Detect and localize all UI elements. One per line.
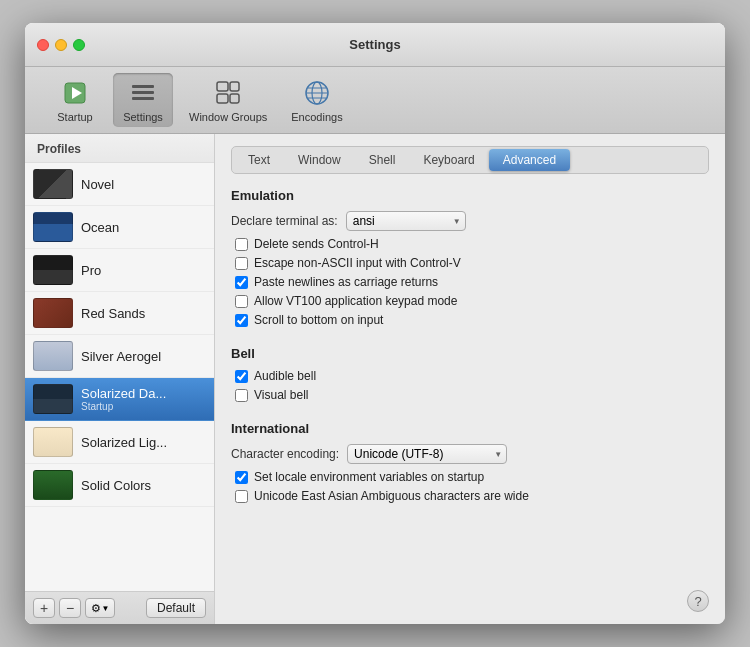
declare-terminal-label: Declare terminal as: xyxy=(231,214,338,228)
profile-item-solarized-dark[interactable]: Solarized Da... Startup xyxy=(25,378,214,421)
gear-chevron-icon: ▼ xyxy=(102,604,110,613)
profile-item-solarized-light[interactable]: Solarized Lig... xyxy=(25,421,214,464)
svg-rect-2 xyxy=(132,85,154,88)
maximize-button[interactable] xyxy=(73,39,85,51)
tabs-bar: Text Window Shell Keyboard Advanced xyxy=(231,146,709,174)
profile-thumb-ocean xyxy=(33,212,73,242)
add-profile-button[interactable]: + xyxy=(33,598,55,618)
default-button[interactable]: Default xyxy=(146,598,206,618)
emulation-section: Emulation Declare terminal as: ansi xter… xyxy=(231,188,709,332)
checkbox-allow-vt100: Allow VT100 application keypad mode xyxy=(231,294,709,308)
toolbar-window-groups[interactable]: Window Groups xyxy=(181,73,275,127)
unicode-east-asian-label: Unicode East Asian Ambiguous characters … xyxy=(254,489,529,503)
sidebar-footer: + − ⚙ ▼ Default xyxy=(25,591,214,624)
settings-window: Settings Startup Settings xyxy=(25,23,725,624)
sidebar-header: Profiles xyxy=(25,134,214,163)
svg-rect-6 xyxy=(217,94,228,103)
toolbar-settings[interactable]: Settings xyxy=(113,73,173,127)
main-panel: Text Window Shell Keyboard Advanced Emul… xyxy=(215,134,725,624)
declare-terminal-select[interactable]: ansi xterm xterm-256color vt100 xyxy=(346,211,466,231)
profile-item-solid-colors[interactable]: Solid Colors xyxy=(25,464,214,507)
checkbox-scroll-bottom: Scroll to bottom on input xyxy=(231,313,709,327)
profile-subtitle-solarized-dark: Startup xyxy=(81,401,166,412)
allow-vt100-checkbox[interactable] xyxy=(235,295,248,308)
profile-thumb-pro xyxy=(33,255,73,285)
escape-non-ascii-checkbox[interactable] xyxy=(235,257,248,270)
profile-thumb-redsands xyxy=(33,298,73,328)
visual-bell-label: Visual bell xyxy=(254,388,308,402)
toolbar-encodings-label: Encodings xyxy=(291,111,342,123)
profile-name-silveraerogel: Silver Aerogel xyxy=(81,349,161,364)
tab-window[interactable]: Window xyxy=(284,149,355,171)
gear-icon: ⚙ xyxy=(91,602,101,615)
bell-section: Bell Audible bell Visual bell xyxy=(231,346,709,407)
set-locale-label: Set locale environment variables on star… xyxy=(254,470,484,484)
svg-rect-5 xyxy=(217,82,228,91)
titlebar: Settings xyxy=(25,23,725,67)
checkbox-paste-newlines: Paste newlines as carriage returns xyxy=(231,275,709,289)
checkbox-unicode-east-asian: Unicode East Asian Ambiguous characters … xyxy=(231,489,709,503)
delete-sends-ch-checkbox[interactable] xyxy=(235,238,248,251)
toolbar-startup[interactable]: Startup xyxy=(45,73,105,127)
unicode-east-asian-checkbox[interactable] xyxy=(235,490,248,503)
profile-thumb-silveraerogel xyxy=(33,341,73,371)
traffic-lights xyxy=(37,39,85,51)
character-encoding-row: Character encoding: Unicode (UTF-8) UTF-… xyxy=(231,444,709,464)
declare-terminal-select-wrapper: ansi xterm xterm-256color vt100 xyxy=(346,211,466,231)
paste-newlines-label: Paste newlines as carriage returns xyxy=(254,275,438,289)
toolbar-window-groups-label: Window Groups xyxy=(189,111,267,123)
bottom-row: ? xyxy=(231,590,709,612)
profile-item-pro[interactable]: Pro xyxy=(25,249,214,292)
tab-text[interactable]: Text xyxy=(234,149,284,171)
declare-terminal-row: Declare terminal as: ansi xterm xterm-25… xyxy=(231,211,709,231)
toolbar-encodings[interactable]: Encodings xyxy=(283,73,350,127)
profile-name-novel: Novel xyxy=(81,177,114,192)
checkbox-visual-bell: Visual bell xyxy=(231,388,709,402)
profile-name-solid-colors: Solid Colors xyxy=(81,478,151,493)
profile-gear-button[interactable]: ⚙ ▼ xyxy=(85,598,115,618)
svg-rect-4 xyxy=(132,97,154,100)
profile-item-ocean[interactable]: Ocean xyxy=(25,206,214,249)
scroll-bottom-checkbox[interactable] xyxy=(235,314,248,327)
visual-bell-checkbox[interactable] xyxy=(235,389,248,402)
profile-item-redsands[interactable]: Red Sands xyxy=(25,292,214,335)
set-locale-checkbox[interactable] xyxy=(235,471,248,484)
svg-rect-3 xyxy=(132,91,154,94)
emulation-title: Emulation xyxy=(231,188,709,203)
toolbar-settings-label: Settings xyxy=(123,111,163,123)
tab-shell[interactable]: Shell xyxy=(355,149,410,171)
profile-thumb-solid-colors xyxy=(33,470,73,500)
window-groups-icon xyxy=(212,77,244,109)
allow-vt100-label: Allow VT100 application keypad mode xyxy=(254,294,457,308)
profile-thumb-novel xyxy=(33,169,73,199)
audible-bell-checkbox[interactable] xyxy=(235,370,248,383)
international-section: International Character encoding: Unicod… xyxy=(231,421,709,508)
toolbar-startup-label: Startup xyxy=(57,111,92,123)
checkbox-set-locale: Set locale environment variables on star… xyxy=(231,470,709,484)
remove-profile-button[interactable]: − xyxy=(59,598,81,618)
checkbox-audible-bell: Audible bell xyxy=(231,369,709,383)
tab-keyboard[interactable]: Keyboard xyxy=(409,149,488,171)
checkbox-escape-non-ascii: Escape non-ASCII input with Control-V xyxy=(231,256,709,270)
character-encoding-select[interactable]: Unicode (UTF-8) UTF-16 ISO Latin 1 ASCII xyxy=(347,444,507,464)
profile-name-pro: Pro xyxy=(81,263,101,278)
sidebar: Profiles Novel Ocean Pro xyxy=(25,134,215,624)
svg-rect-8 xyxy=(230,94,239,103)
delete-sends-ch-label: Delete sends Control-H xyxy=(254,237,379,251)
scroll-bottom-label: Scroll to bottom on input xyxy=(254,313,383,327)
help-button[interactable]: ? xyxy=(687,590,709,612)
character-encoding-label: Character encoding: xyxy=(231,447,339,461)
profile-thumb-solarized-light xyxy=(33,427,73,457)
profile-name-solarized-light: Solarized Lig... xyxy=(81,435,167,450)
minimize-button[interactable] xyxy=(55,39,67,51)
close-button[interactable] xyxy=(37,39,49,51)
profile-item-novel[interactable]: Novel xyxy=(25,163,214,206)
international-title: International xyxy=(231,421,709,436)
tab-advanced[interactable]: Advanced xyxy=(489,149,570,171)
paste-newlines-checkbox[interactable] xyxy=(235,276,248,289)
profile-item-silveraerogel[interactable]: Silver Aerogel xyxy=(25,335,214,378)
character-encoding-select-wrapper: Unicode (UTF-8) UTF-16 ISO Latin 1 ASCII xyxy=(347,444,507,464)
settings-icon xyxy=(127,77,159,109)
profiles-list: Novel Ocean Pro Red Sands xyxy=(25,163,214,591)
startup-icon xyxy=(59,77,91,109)
